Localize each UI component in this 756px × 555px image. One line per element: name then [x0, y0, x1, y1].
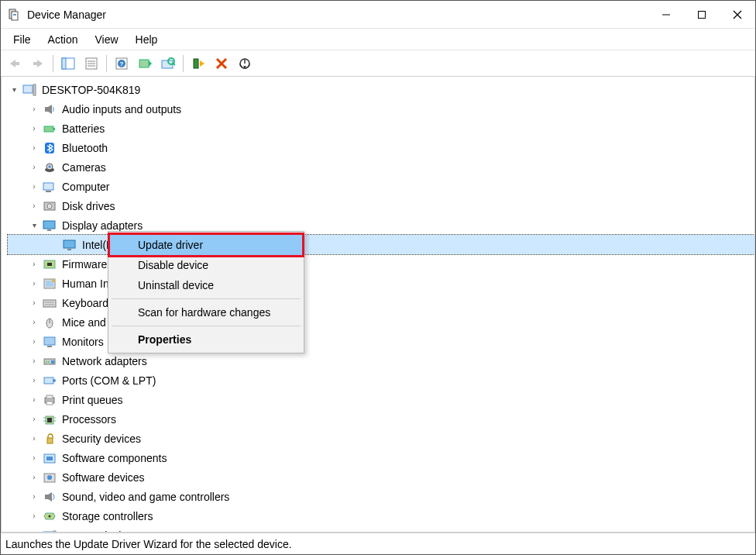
- tree-category-label: Keyboards: [62, 297, 114, 309]
- tree-category[interactable]: ›Software components: [8, 448, 754, 467]
- tree-category[interactable]: ›Security devices: [8, 429, 754, 448]
- caret-collapsed-icon[interactable]: ›: [28, 394, 40, 406]
- svg-rect-43: [67, 249, 71, 250]
- tree-category-label: Cameras: [62, 161, 106, 174]
- tree-category[interactable]: ›Network adapters: [8, 351, 754, 371]
- caret-collapsed-icon[interactable]: ›: [28, 433, 40, 445]
- caret-collapsed-icon[interactable]: ›: [28, 297, 40, 309]
- tree-category-label: Security devices: [62, 433, 141, 445]
- camera-icon: [42, 160, 57, 175]
- toolbar-properties-sheet[interactable]: [81, 53, 102, 74]
- caret-collapsed-icon[interactable]: ›: [28, 355, 40, 367]
- tree-category[interactable]: ›Bluetooth: [8, 138, 754, 157]
- svg-rect-59: [51, 360, 54, 364]
- svg-point-48: [52, 279, 55, 282]
- context-uninstall-device[interactable]: Uninstall device: [110, 275, 302, 295]
- caret-collapsed-icon[interactable]: ›: [28, 336, 40, 348]
- caret-collapsed-icon[interactable]: ›: [28, 491, 40, 503]
- toolbar-update-driver[interactable]: [134, 53, 156, 74]
- close-button[interactable]: [720, 1, 755, 29]
- tree-category[interactable]: ›Audio inputs and outputs: [8, 99, 754, 119]
- bluetooth-icon: [42, 140, 57, 156]
- caret-collapsed-icon[interactable]: ›: [28, 471, 40, 484]
- minimize-button[interactable]: [648, 1, 684, 29]
- svg-rect-28: [45, 107, 48, 112]
- svg-rect-49: [43, 300, 56, 307]
- tree-category-label: Firmware: [62, 258, 107, 271]
- menu-view[interactable]: View: [87, 31, 125, 48]
- app-icon: [7, 8, 21, 22]
- menu-file[interactable]: File: [5, 31, 39, 48]
- tree-root[interactable]: ▾ DESKTOP-504K819: [8, 80, 754, 99]
- caret-collapsed-icon[interactable]: ›: [28, 142, 40, 154]
- caret-collapsed-icon[interactable]: ›: [28, 258, 40, 271]
- port-icon: [42, 373, 57, 388]
- printer-icon: [42, 392, 57, 408]
- caret-collapsed-icon[interactable]: ›: [28, 103, 40, 115]
- window-title: Device Manager: [27, 9, 106, 21]
- svg-rect-71: [47, 438, 53, 443]
- tree-category-label: Storage controllers: [62, 510, 153, 522]
- context-properties[interactable]: Properties: [110, 329, 302, 350]
- toolbar-uninstall[interactable]: [211, 53, 232, 74]
- tree-category[interactable]: ›Cameras: [8, 157, 754, 177]
- context-scan[interactable]: Scan for hardware changes: [110, 302, 302, 322]
- tree-category[interactable]: ›System devices: [8, 526, 754, 533]
- firmware-icon: [42, 257, 57, 272]
- svg-rect-1: [12, 12, 18, 20]
- caret-collapsed-icon[interactable]: ›: [28, 278, 40, 290]
- caret-collapsed-icon[interactable]: ›: [28, 452, 40, 464]
- tree-category[interactable]: ›Software devices: [8, 467, 754, 487]
- tree-category[interactable]: ›Processors: [8, 409, 754, 429]
- svg-point-34: [48, 165, 50, 167]
- cpu-icon: [42, 412, 57, 427]
- svg-rect-30: [53, 128, 55, 130]
- menu-help[interactable]: Help: [128, 31, 166, 48]
- tree-category[interactable]: ›Ports (COM & LPT): [8, 371, 754, 390]
- toolbar-help[interactable]: ?: [111, 53, 132, 74]
- caret-collapsed-icon[interactable]: ›: [28, 374, 40, 387]
- hid-icon: [42, 276, 57, 291]
- titlebar: Device Manager: [1, 1, 755, 29]
- tree-category[interactable]: ›Computer: [8, 177, 754, 196]
- caret-collapsed-icon[interactable]: ›: [28, 413, 40, 426]
- caret-collapsed-icon[interactable]: ›: [28, 161, 40, 174]
- computer-icon: [22, 82, 37, 98]
- caret-collapsed-icon[interactable]: ›: [28, 181, 40, 193]
- tree-category-label: Ports (COM & LPT): [62, 374, 156, 387]
- sound-icon: [42, 489, 57, 505]
- toolbar-scan[interactable]: [157, 53, 179, 74]
- svg-rect-76: [45, 495, 48, 499]
- caret-collapsed-icon[interactable]: ›: [28, 122, 40, 135]
- swcomp-icon: [42, 450, 57, 466]
- tree-root-label: DESKTOP-504K819: [42, 84, 140, 96]
- tree-category[interactable]: ›Storage controllers: [8, 506, 754, 526]
- tree-category[interactable]: ›Batteries: [8, 119, 754, 138]
- svg-point-57: [46, 361, 47, 363]
- caret-expanded-icon[interactable]: ▾: [28, 219, 40, 232]
- toolbar-show-tree[interactable]: [57, 53, 79, 74]
- network-icon: [42, 353, 57, 369]
- caret-collapsed-icon[interactable]: ›: [28, 316, 40, 329]
- toolbar-back[interactable]: [4, 53, 26, 74]
- tree-category[interactable]: ›Print queues: [8, 390, 754, 409]
- tree-category[interactable]: ›Sound, video and game controllers: [8, 487, 754, 506]
- caret-collapsed-icon[interactable]: ›: [28, 200, 40, 212]
- context-update-driver[interactable]: Update driver: [108, 233, 304, 257]
- tree-category-label: Disk drives: [62, 200, 115, 212]
- svg-rect-63: [46, 395, 53, 398]
- toolbar-disable[interactable]: [234, 53, 256, 74]
- tree-category[interactable]: ›Disk drives: [8, 196, 754, 215]
- toolbar-forward[interactable]: [27, 53, 49, 74]
- tree-category-label: Batteries: [62, 122, 105, 135]
- context-disable-device[interactable]: Disable device: [110, 255, 302, 275]
- menu-action[interactable]: Action: [40, 31, 86, 48]
- caret-expanded-icon[interactable]: ▾: [8, 84, 20, 96]
- tree-category-label: Computer: [62, 181, 109, 193]
- svg-rect-42: [64, 240, 75, 248]
- tree-category-label: Audio inputs and outputs: [62, 103, 181, 115]
- toolbar-add-legacy[interactable]: [187, 53, 209, 74]
- maximize-button[interactable]: [684, 1, 720, 29]
- caret-collapsed-icon[interactable]: ›: [28, 510, 40, 522]
- svg-rect-60: [44, 377, 53, 384]
